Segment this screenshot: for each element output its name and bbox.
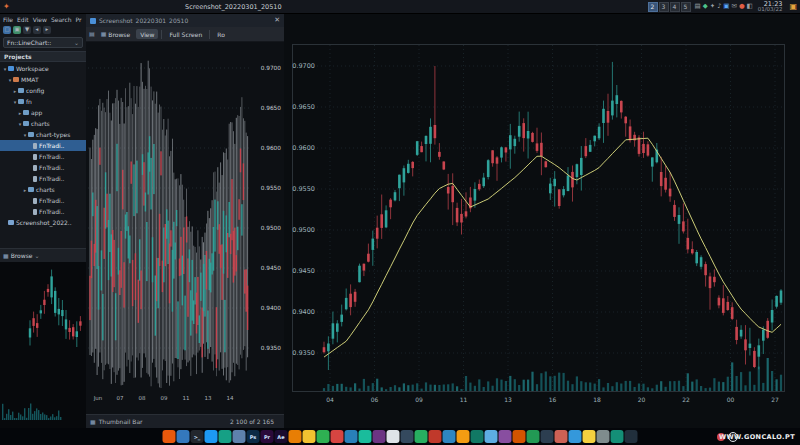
open-icon[interactable]: ▣ (13, 26, 21, 34)
dock-icon-app-20[interactable] (569, 430, 582, 443)
main-candlestick-chart[interactable]: 0.97000.96500.96000.95500.95000.94500.94… (284, 14, 800, 428)
viewer-titlebar[interactable]: Screenshot_20220301_20510 ✕ (86, 14, 284, 27)
dock-icon-app-21[interactable] (583, 430, 596, 443)
tray-display-icon[interactable]: ◧ (747, 3, 753, 10)
dock-icon-app-3[interactable] (317, 430, 330, 443)
tree-item-fntradi-[interactable]: FnTradi.. (0, 206, 86, 217)
dock-icon-firefox[interactable] (163, 430, 176, 443)
tree-item-fntradi-[interactable]: FnTradi.. (0, 151, 86, 162)
mini-candlestick-chart[interactable] (0, 262, 86, 424)
dock-icon-obs[interactable] (625, 430, 638, 443)
tray-record-icon[interactable]: ● (739, 3, 745, 10)
dock-icon-app-12[interactable] (457, 430, 470, 443)
desktop-pager-3[interactable]: 3 (659, 2, 669, 12)
menu-pr[interactable]: Pr (76, 16, 82, 23)
forward-icon[interactable]: ▸ (43, 26, 51, 34)
menu-file[interactable]: File (3, 16, 13, 23)
dock-icon-app-22[interactable] (597, 430, 610, 443)
dock-icon-app-19[interactable] (555, 430, 568, 443)
dock-icon-telegram[interactable] (443, 430, 456, 443)
tree-item-charts[interactable]: ▸charts (0, 184, 86, 195)
dock-icon-after-effects[interactable]: Ae (275, 430, 288, 443)
tree-item-fn[interactable]: ▾fn (0, 96, 86, 107)
dock-icon-app-5[interactable] (345, 430, 358, 443)
menu-search[interactable]: Search (51, 16, 72, 23)
browse-button[interactable]: ▦ Browse (97, 29, 135, 39)
svg-text:11: 11 (460, 396, 468, 403)
dock-icon-terminal[interactable]: >_ (191, 430, 204, 443)
rotate-button[interactable]: Ro (213, 29, 229, 39)
dock-icon-file-manager[interactable] (177, 430, 190, 443)
svg-text:08: 08 (139, 395, 146, 401)
new-file-icon[interactable]: ▢ (3, 26, 11, 34)
tray-network-icon[interactable]: ◆ (703, 3, 708, 10)
tree-item-label: FnTradi.. (39, 175, 64, 182)
panel-clock[interactable]: 21:23 01/03/22 (758, 1, 783, 13)
dock-icon-app-13[interactable] (471, 430, 484, 443)
tree-item-fntradi-[interactable]: FnTradi.. (0, 195, 86, 206)
desktop-pager-5[interactable]: 5 (681, 2, 691, 12)
chart-type-combobox[interactable]: Fn::LineChart:: ⌄ (3, 37, 83, 48)
svg-text:0.9550: 0.9550 (292, 185, 315, 193)
dock-icon-photoshop[interactable]: Ps (247, 430, 260, 443)
panel-corner-icon[interactable]: ▣ (789, 3, 797, 11)
tray-audio-icon[interactable]: ♪ (717, 3, 721, 10)
top-panel: ✦ Screenshot_20220301_20510 2345 ▤◆✦♪▣✉●… (0, 0, 800, 14)
menu-view[interactable]: View (33, 16, 47, 23)
tray-mail-icon[interactable]: ✉ (731, 3, 736, 10)
file-icon (33, 198, 37, 204)
dock-icon-app-11[interactable] (429, 430, 442, 443)
dock-icon-app-9[interactable] (401, 430, 414, 443)
tree-item-app[interactable]: ▸app (0, 107, 86, 118)
dock-icon-vlc[interactable] (289, 430, 302, 443)
dock-icon-app-7[interactable] (373, 430, 386, 443)
folder-icon (18, 88, 24, 93)
tree-item-fntradi-[interactable]: FnTradi.. (0, 162, 86, 173)
dock-icon-app-14[interactable] (485, 430, 498, 443)
thumbnail-bar-toggle[interactable]: Thumbnail Bar (99, 418, 143, 425)
svg-text:00: 00 (727, 396, 735, 403)
tray-notifications-icon[interactable]: ✦ (710, 3, 715, 10)
svg-text:0.9500: 0.9500 (292, 226, 315, 234)
desktop-pager-2[interactable]: 2 (648, 2, 658, 12)
dock-icon-app-10[interactable] (415, 430, 428, 443)
dock-icon-app-15[interactable] (499, 430, 512, 443)
dock-icon-dolphin[interactable] (205, 430, 218, 443)
dock-icon-app-2[interactable] (303, 430, 316, 443)
dock-icon-app-4[interactable] (331, 430, 344, 443)
tree-item-charts[interactable]: ▾charts (0, 118, 86, 129)
back-icon[interactable]: ◂ (33, 26, 41, 34)
tree-item-fntradi-[interactable]: FnTradi.. (0, 140, 86, 151)
viewed-chart-image[interactable]: 0.97000.96500.96000.95500.95000.94500.94… (86, 42, 284, 414)
tray-clipboard-icon[interactable]: ▣ (723, 3, 729, 10)
tree-item-workspace[interactable]: ▾Workspace (0, 63, 86, 74)
menu-edit[interactable]: Edit (17, 16, 29, 23)
dock-icon-app-17[interactable] (527, 430, 540, 443)
full-screen-button[interactable]: Full Screen (165, 29, 206, 39)
thumbnail-bar-icon[interactable]: ▦ (90, 419, 96, 425)
dock-icon-app-18[interactable] (541, 430, 554, 443)
dock-icon-premiere[interactable]: Pr (261, 430, 274, 443)
toolbar-separator (209, 30, 210, 39)
tree-item-label: MMAT (21, 76, 39, 83)
close-icon[interactable]: ✕ (274, 17, 280, 24)
desktop-pager-4[interactable]: 4 (670, 2, 680, 12)
tree-item-screenshot-2022-[interactable]: Screenshot_2022.. (0, 217, 86, 228)
dock-icon-app-6[interactable] (359, 430, 372, 443)
dock-icon-app-16[interactable] (513, 430, 526, 443)
dock-icon-app-8[interactable] (387, 430, 400, 443)
save-icon[interactable]: ▼ (23, 26, 31, 34)
tree-item-mmat[interactable]: ▾MMAT (0, 74, 86, 85)
app-launcher-icon[interactable]: ✦ (3, 3, 10, 11)
browse-button-2[interactable]: Browse (11, 252, 33, 259)
tree-item-chart-types[interactable]: ▾chart-types (0, 129, 86, 140)
view-label: View (140, 31, 154, 38)
dock-icon-kate[interactable] (219, 430, 232, 443)
tree-item-fntradi-[interactable]: FnTradi.. (0, 173, 86, 184)
hamburger-menu-icon[interactable]: ▤ (89, 31, 95, 37)
tree-item-config[interactable]: ▸config (0, 85, 86, 96)
view-button[interactable]: View (136, 29, 158, 39)
tray-keyboard-icon[interactable]: ▤ (695, 3, 701, 10)
dock-icon-app-23[interactable] (611, 430, 624, 443)
dock-icon-app-1[interactable] (233, 430, 246, 443)
